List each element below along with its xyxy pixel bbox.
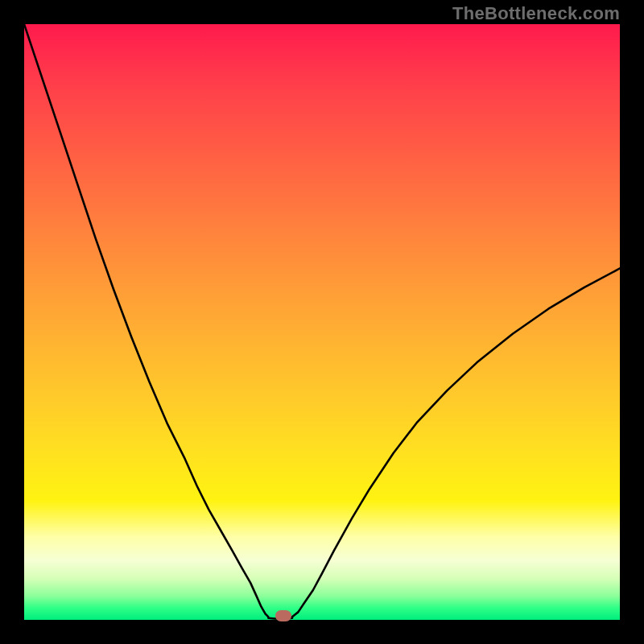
watermark-text: TheBottleneck.com — [452, 3, 620, 24]
bottleneck-curve — [24, 24, 620, 620]
optimum-marker — [275, 610, 291, 621]
plot-area — [24, 24, 620, 620]
chart-frame: TheBottleneck.com — [0, 0, 644, 644]
